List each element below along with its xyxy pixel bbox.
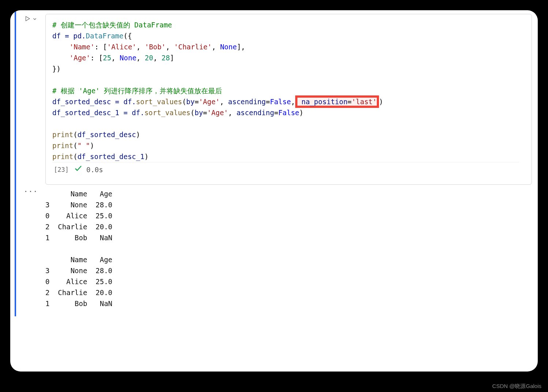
svg-marker-0 [26, 16, 30, 21]
watermark: CSDN @晓源Galois [492, 383, 541, 390]
highlight-annotation: na_position='last' [295, 95, 379, 108]
execution-count: [23] [52, 164, 69, 175]
notebook-card: # 创建一个包含缺失值的 DataFrame df = pd.DataFrame… [10, 10, 538, 372]
code-content: # 创建一个包含缺失值的 DataFrame df = pd.DataFrame… [52, 19, 525, 162]
run-cell-button[interactable] [24, 15, 31, 23]
checkmark-icon [74, 164, 83, 176]
output-text: Name Age 3 None 28.0 0 Alice 25.0 2 Char… [45, 186, 112, 316]
output-options-icon[interactable]: ··· [16, 186, 45, 316]
execution-status-row: [23] 0.0s [52, 162, 519, 176]
execution-time: 0.0s [86, 164, 103, 175]
output-cell-row: ··· Name Age 3 None 28.0 0 Alice 25.0 2 … [10, 186, 538, 316]
code-editor[interactable]: # 创建一个包含缺失值的 DataFrame df = pd.DataFrame… [45, 14, 532, 185]
run-menu-chevron-icon[interactable] [32, 16, 37, 23]
cell-gutter [16, 10, 45, 186]
code-cell-row: # 创建一个包含缺失值的 DataFrame df = pd.DataFrame… [10, 10, 538, 186]
